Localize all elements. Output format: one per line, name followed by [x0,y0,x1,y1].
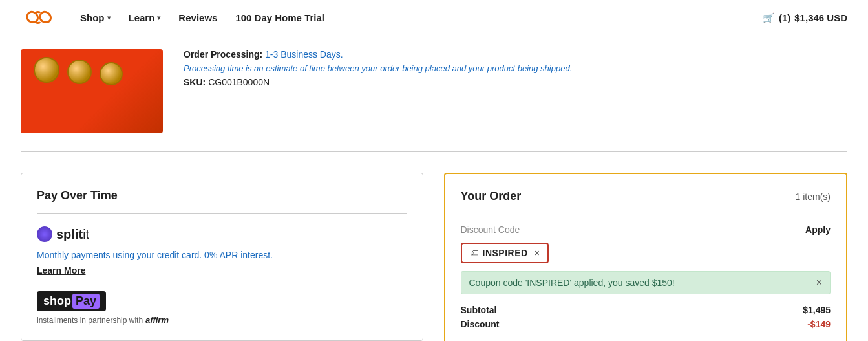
coupon-tag: 🏷 INSPIRED × [461,243,549,263]
splitit-icon [37,226,52,242]
tag-icon: 🏷 [470,248,479,258]
shoppay-section: shop Pay installments in partnership wit… [37,291,407,325]
coupon-success-message: Coupon code 'INSPIRED' applied, you save… [461,271,831,294]
order-header: Your Order 1 item(s) [461,190,831,203]
brand-logo[interactable] [21,6,54,29]
pay-over-time-section: Pay Over Time splitit Monthly payments u… [21,173,423,341]
apply-button[interactable]: Apply [805,225,831,235]
shoppay-logo: shop Pay [37,291,106,311]
sku-row: SKU: CG001B0000N [184,77,847,87]
cart-count: (1) [779,12,790,23]
your-order-section: Your Order 1 item(s) Discount Code Apply… [444,173,848,341]
order-processing-note: Processing time is an estimate of time b… [184,63,847,73]
pay-over-time-title: Pay Over Time [37,189,407,203]
nav-shop[interactable]: Shop ▾ [80,12,111,23]
product-circle-1 [34,57,59,83]
product-circle-2 [67,60,92,84]
nav-links: Shop ▾ Learn ▾ Reviews 100 Day Home Tria… [80,12,763,23]
coupon-remove-button[interactable]: × [535,248,540,258]
order-title: Your Order [461,190,522,203]
discount-code-label: Discount Code [461,225,520,235]
main-content: Pay Over Time splitit Monthly payments u… [0,157,868,341]
shoppay-shop-text: shop [43,294,71,308]
order-items-count: 1 item(s) [796,192,831,202]
cart-button[interactable]: 🛒 (1) $1,346 USD [763,12,847,24]
nav-home-trial[interactable]: 100 Day Home Trial [235,12,324,23]
splitit-description: Monthly payments using your credit card.… [37,250,407,260]
product-circle-3 [100,62,123,85]
splitit-name: splitit [56,227,89,242]
shoppay-pay-text: Pay [72,294,100,309]
cart-total: $1,346 USD [794,12,847,23]
affirm-brand: affirm [145,315,169,325]
order-divider [461,214,831,214]
order-processing-text: Order Processing: 1-3 Business Days. [184,49,847,60]
splitit-logo: splitit [37,226,407,242]
chevron-down-icon: ▾ [107,14,111,21]
chevron-down-icon: ▾ [157,14,160,21]
product-section: Order Processing: 1-3 Business Days. Pro… [0,36,868,146]
section-divider [21,151,847,152]
pay-divider [37,213,407,214]
nav-learn[interactable]: Learn ▾ [129,12,161,23]
nav-reviews[interactable]: Reviews [178,12,217,23]
discount-code-row: Discount Code Apply [461,225,831,235]
cart-icon: 🛒 [763,12,775,24]
product-details: Order Processing: 1-3 Business Days. Pro… [184,49,847,87]
discount-row-value: Discount -$149 [461,319,831,329]
coupon-success-close-button[interactable]: × [816,277,822,289]
subtotal-row: Subtotal $1,495 [461,305,831,315]
affirm-line: installments in partnership with affirm [37,315,407,325]
coupon-code-text: INSPIRED [483,248,528,258]
learn-more-link[interactable]: Learn More [37,265,85,276]
product-image [21,49,163,133]
